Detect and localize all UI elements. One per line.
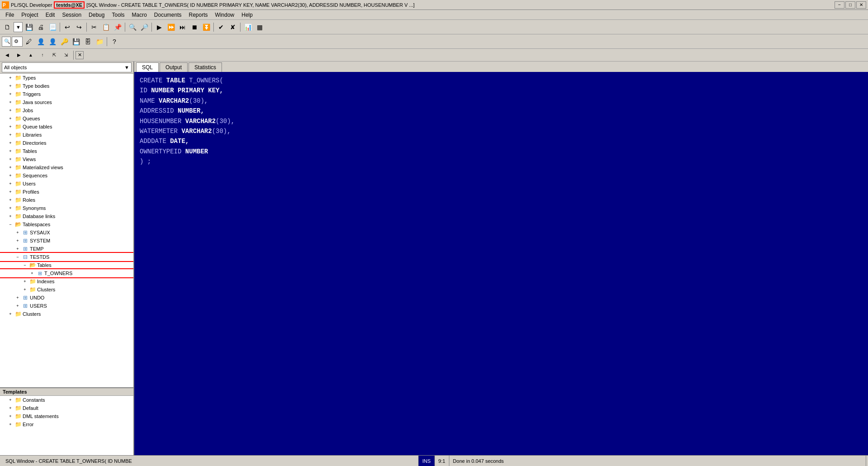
tree-item-types[interactable]: + 📁 Types bbox=[0, 74, 133, 82]
close-button[interactable]: ✕ bbox=[856, 1, 866, 9]
tb-btn-b[interactable]: 👤 bbox=[35, 36, 46, 47]
tab-sql[interactable]: SQL bbox=[136, 62, 159, 72]
tree-item-type-bodies[interactable]: + 📁 Type bodies bbox=[0, 82, 133, 90]
expander-materialized-views[interactable]: + bbox=[7, 164, 14, 171]
tree-item-testds-clusters[interactable]: + 📁 Clusters bbox=[0, 285, 133, 294]
menu-tools[interactable]: Tools bbox=[108, 11, 128, 19]
tb-stop[interactable]: ⏹ bbox=[189, 22, 200, 33]
tree-item-sequences[interactable]: + 📁 Sequences bbox=[0, 171, 133, 180]
expander-triggers[interactable]: + bbox=[7, 91, 14, 97]
expander-undo[interactable]: + bbox=[14, 295, 21, 301]
tb-session-dropdown[interactable]: 🔍 bbox=[2, 37, 11, 47]
tree-item-synonyms[interactable]: + 📁 Synonyms bbox=[0, 204, 133, 212]
expander-users[interactable]: + bbox=[7, 181, 14, 187]
tb-find[interactable]: 🔍 bbox=[127, 22, 138, 33]
expander-jobs[interactable]: + bbox=[7, 107, 14, 114]
tb-undo[interactable]: ↩ bbox=[62, 22, 73, 33]
expander-constants[interactable]: + bbox=[7, 397, 14, 403]
tree-item-queues[interactable]: + 📁 Queues bbox=[0, 114, 133, 123]
menu-debug[interactable]: Debug bbox=[85, 11, 108, 19]
tb-copy[interactable]: 📋 bbox=[100, 22, 111, 33]
tree-item-system[interactable]: + ⊞ SYSTEM bbox=[0, 237, 133, 245]
nav-btn1[interactable]: ◀ bbox=[2, 50, 13, 61]
expander-java-sources[interactable]: + bbox=[7, 99, 14, 105]
expander-t-owners[interactable]: + bbox=[29, 270, 35, 276]
tree-item-triggers[interactable]: + 📁 Triggers bbox=[0, 90, 133, 98]
tb-step[interactable]: ⏬ bbox=[201, 22, 212, 33]
tree-item-java-sources[interactable]: + 📁 Java sources bbox=[0, 98, 133, 106]
tb-dropdown[interactable]: ▼ bbox=[14, 22, 23, 32]
tree-item-tables[interactable]: + 📁 Tables bbox=[0, 147, 133, 155]
expander-testds-clusters[interactable]: + bbox=[22, 286, 28, 293]
menu-window[interactable]: Window bbox=[212, 11, 238, 19]
tb-dropdown2[interactable]: ⚙ bbox=[12, 37, 23, 47]
sql-editor[interactable]: CREATE TABLE T_OWNERS( ID NUMBER PRIMARY… bbox=[134, 72, 868, 455]
expander-testds-tables[interactable]: − bbox=[22, 262, 28, 268]
tb-commit[interactable]: ✔ bbox=[216, 22, 226, 33]
tb-run1[interactable]: ⏩ bbox=[165, 22, 176, 33]
nav-btn3[interactable]: ▲ bbox=[25, 50, 36, 61]
tb-find2[interactable]: 🔎 bbox=[139, 22, 150, 33]
all-objects-dropdown[interactable]: All objects ▼ bbox=[2, 62, 132, 72]
expander-sysaux[interactable]: + bbox=[14, 229, 21, 236]
tb-btn-g[interactable]: 📁 bbox=[94, 36, 105, 47]
tree-item-jobs[interactable]: + 📁 Jobs bbox=[0, 106, 133, 114]
expander-error[interactable]: + bbox=[7, 421, 14, 428]
tree-item-testds-tables[interactable]: − 📂 Tables bbox=[0, 261, 133, 269]
tree-item-directories[interactable]: + 📁 Directories bbox=[0, 139, 133, 147]
tree-item-profiles[interactable]: + 📁 Profiles bbox=[0, 188, 133, 196]
tree-item-temp[interactable]: + ⊞ TEMP bbox=[0, 245, 133, 253]
tb-help[interactable]: ? bbox=[109, 36, 120, 47]
nav-btn5[interactable]: ⇱ bbox=[49, 50, 60, 61]
tab-output[interactable]: Output bbox=[160, 62, 188, 72]
tree-item-testds-indexes[interactable]: + 📁 Indexes bbox=[0, 277, 133, 285]
expander-type-bodies[interactable]: + bbox=[7, 83, 14, 89]
tb-btn-a[interactable]: 🖊 bbox=[24, 36, 34, 47]
tb-btn-c[interactable]: 👤 bbox=[47, 36, 58, 47]
tree-item-undo[interactable]: + ⊞ UNDO bbox=[0, 294, 133, 302]
nav-close[interactable]: ✕ bbox=[75, 51, 84, 59]
tb-new[interactable]: 🗋 bbox=[2, 22, 13, 33]
tree-item-dml[interactable]: + 📁 DML statements bbox=[0, 412, 133, 420]
menu-help[interactable]: Help bbox=[238, 11, 256, 19]
tree-item-database-links[interactable]: + 📁 Database links bbox=[0, 212, 133, 220]
tree-panel[interactable]: + 📁 Types + 📁 Type bodies + 📁 Triggers +… bbox=[0, 74, 133, 387]
tree-item-clusters-root[interactable]: + 📁 Clusters bbox=[0, 310, 133, 318]
tree-item-tablespaces[interactable]: − 📂 Tablespaces bbox=[0, 220, 133, 228]
expander-testds[interactable]: − bbox=[14, 254, 21, 260]
tb-run2[interactable]: ⏭ bbox=[177, 22, 188, 33]
tree-item-sysaux[interactable]: + ⊞ SYSAUX bbox=[0, 228, 133, 237]
expander-synonyms[interactable]: + bbox=[7, 205, 14, 211]
maximize-button[interactable]: □ bbox=[845, 1, 855, 9]
expander-tablespaces[interactable]: − bbox=[7, 221, 14, 228]
menu-documents[interactable]: Documents bbox=[151, 11, 185, 19]
templates-tree[interactable]: + 📁 Constants + 📁 Default + 📁 DML statem… bbox=[0, 396, 133, 455]
expander-ts-users[interactable]: + bbox=[14, 303, 21, 309]
tree-item-materialized-views[interactable]: + 📁 Materialized views bbox=[0, 163, 133, 171]
nav-btn6[interactable]: ⇲ bbox=[61, 50, 71, 61]
tb-paste[interactable]: 📌 bbox=[112, 22, 123, 33]
expander-default[interactable]: + bbox=[7, 405, 14, 411]
tb-grid[interactable]: ▦ bbox=[254, 22, 265, 33]
expander-queues[interactable]: + bbox=[7, 115, 14, 122]
tree-item-views[interactable]: + 📁 Views bbox=[0, 155, 133, 163]
tree-item-t-owners[interactable]: + ⊞ T_OWNERS bbox=[0, 269, 133, 277]
expander-temp[interactable]: + bbox=[14, 246, 21, 252]
tb-print[interactable]: 🖨 bbox=[35, 22, 46, 33]
expander-clusters-root[interactable]: + bbox=[7, 311, 14, 317]
expander-database-links[interactable]: + bbox=[7, 213, 14, 219]
expander-profiles[interactable]: + bbox=[7, 189, 14, 195]
minimize-button[interactable]: − bbox=[835, 1, 844, 9]
expander-views[interactable]: + bbox=[7, 156, 14, 162]
tb-plan[interactable]: 📊 bbox=[242, 22, 253, 33]
expander-queue-tables[interactable]: + bbox=[7, 124, 14, 130]
tb-cut[interactable]: ✂ bbox=[89, 22, 99, 33]
tree-item-ts-users[interactable]: + ⊞ USERS bbox=[0, 302, 133, 310]
tree-item-testds[interactable]: − ⊟ TESTDS bbox=[0, 253, 133, 261]
menu-project[interactable]: Project bbox=[18, 11, 42, 19]
nav-btn2[interactable]: ▶ bbox=[14, 50, 24, 61]
tb-btn-e[interactable]: 💾 bbox=[71, 36, 81, 47]
nav-btn4[interactable]: ↑ bbox=[37, 50, 48, 61]
tb-rollback[interactable]: ✘ bbox=[227, 22, 238, 33]
tb-btn-d[interactable]: 🔑 bbox=[59, 36, 70, 47]
